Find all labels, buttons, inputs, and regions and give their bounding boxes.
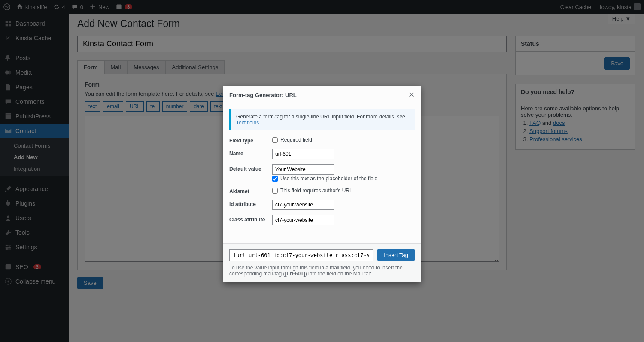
modal-footer-note: To use the value input through this fiel…	[229, 265, 415, 277]
akismet-checkbox-label[interactable]: This field requires author's URL	[272, 188, 415, 194]
modal-title: Form-tag Generator: URL	[229, 92, 297, 98]
form-tag-generator-modal: Form-tag Generator: URL ✕ Generate a for…	[223, 86, 421, 282]
generated-tag-input[interactable]	[229, 249, 373, 261]
placeholder-checkbox-label[interactable]: Use this text as the placeholder of the …	[272, 176, 415, 182]
field-type-label: Field type	[229, 136, 272, 144]
insert-tag-button[interactable]: Insert Tag	[377, 249, 415, 261]
akismet-checkbox[interactable]	[272, 188, 278, 194]
text-fields-link[interactable]: Text fields	[236, 120, 259, 126]
default-value-input[interactable]	[272, 164, 334, 175]
placeholder-checkbox[interactable]	[272, 176, 278, 182]
id-attribute-label: Id attribute	[229, 200, 272, 207]
required-checkbox-label[interactable]: Required field	[272, 137, 415, 143]
modal-close-button[interactable]: ✕	[408, 90, 415, 100]
default-value-label: Default value	[229, 164, 272, 172]
name-input[interactable]	[272, 149, 334, 159]
akismet-label: Akismet	[229, 187, 272, 194]
id-attribute-input[interactable]	[272, 200, 334, 210]
class-attribute-label: Class attribute	[229, 215, 272, 223]
modal-info: Generate a form-tag for a single-line UR…	[229, 109, 415, 130]
name-label: Name	[229, 149, 272, 157]
modal-overlay: Form-tag Generator: URL ✕ Generate a for…	[0, 0, 644, 342]
required-checkbox[interactable]	[272, 137, 278, 143]
class-attribute-input[interactable]	[272, 215, 334, 225]
